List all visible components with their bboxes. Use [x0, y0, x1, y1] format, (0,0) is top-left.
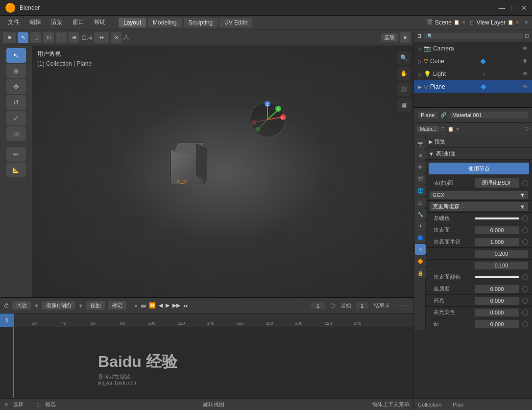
outliner-item-plane[interactable]: ▶ ▽ Plane 🔷 👁 — [414, 80, 532, 93]
prev-frame-btn[interactable]: ⏪ — [149, 302, 156, 309]
preview-section-header[interactable]: ▶ 预览 — [426, 136, 532, 148]
prop-icon-modifier[interactable]: 🔧 — [415, 209, 426, 219]
outliner-item-light[interactable]: ▷ 💡 Light ○ 👁 — [414, 68, 532, 80]
tool-annotate[interactable]: ✏ — [6, 147, 26, 162]
prev-btn[interactable]: ◀ — [159, 302, 163, 309]
pan-icon[interactable]: ✋ — [397, 67, 411, 80]
tab-modeling[interactable]: Modeling — [148, 18, 182, 27]
frame-indicator[interactable]: 1 — [0, 314, 14, 327]
tool-rotate[interactable]: ↺ — [6, 95, 26, 110]
subsurface-value[interactable]: 0.000 — [475, 226, 519, 234]
outliner-search[interactable]: 🔍 — [424, 33, 523, 39]
tab-layout[interactable]: Layout — [119, 18, 146, 27]
snap-icon[interactable]: ↭ — [94, 32, 109, 43]
mat-filter-icon[interactable]: ▽ — [525, 126, 529, 132]
select-circle-icon[interactable]: ⊡ — [43, 32, 54, 43]
proportional-icon[interactable]: ⊗ — [111, 32, 121, 43]
prop-icon-view[interactable]: 👁 — [415, 162, 426, 172]
viewport-icon-1[interactable]: ⊕ — [3, 32, 16, 43]
viewport-3d[interactable]: 用户透视 (1) Collection | Plane X Y — [32, 46, 413, 297]
end-frame[interactable] — [395, 305, 410, 306]
metallic-dot[interactable] — [522, 286, 528, 292]
options-chevron[interactable]: ▼ — [400, 32, 411, 43]
surface-type-dot[interactable] — [522, 180, 528, 186]
specular-tint-dot[interactable] — [522, 310, 528, 315]
tool-scale[interactable]: ⤢ — [6, 111, 26, 125]
menu-help[interactable]: 帮助 — [90, 17, 110, 27]
surface-type-value[interactable]: 原理化BSDF — [475, 178, 519, 188]
prop-material-name[interactable]: Material.001 — [449, 112, 528, 119]
select-mode-icon[interactable]: ↖ — [18, 32, 28, 43]
global-local-icon[interactable]: ⊕ — [69, 32, 79, 43]
close-button[interactable]: ✕ — [521, 4, 527, 12]
prop-icon-particles[interactable]: ✦ — [415, 220, 426, 231]
distribution-dropdown[interactable]: GGX ▼ — [430, 191, 528, 199]
plane-visibility[interactable]: 👁 — [522, 83, 528, 90]
prop-icon-object[interactable]: △ — [415, 197, 426, 208]
prop-icon-material[interactable]: ⊕ — [415, 244, 426, 255]
subsurface-color-dot[interactable] — [522, 274, 528, 280]
prop-icon-data[interactable]: 🔶 — [415, 256, 426, 266]
current-frame[interactable]: 1 — [311, 302, 325, 309]
tab-uv-editing[interactable]: UV Editir — [219, 18, 252, 27]
next-btn[interactable]: ▶▶ — [172, 302, 180, 309]
play-btn[interactable]: ▶ — [166, 302, 169, 309]
orbit-icon[interactable]: 🎥 — [397, 82, 411, 96]
specular-value[interactable]: 0.000 — [475, 297, 519, 305]
tool-select[interactable]: ↖ — [6, 48, 26, 63]
prop-icon-world[interactable]: 🌐 — [415, 185, 426, 196]
specular-dot[interactable] — [522, 298, 528, 304]
metallic-value[interactable]: 0.000 — [475, 285, 519, 293]
specular-tint-value[interactable]: 0.000 — [475, 309, 519, 316]
options-label[interactable]: 选项 — [381, 33, 398, 42]
menu-render[interactable]: 渲染 — [47, 17, 67, 27]
cube-visibility[interactable]: 👁 — [522, 58, 528, 65]
transmission-dropdown[interactable]: 克里斯坦森-... ▼ — [430, 202, 528, 211]
light-visibility[interactable]: 👁 — [522, 71, 528, 77]
menu-window[interactable]: 窗口 — [69, 17, 88, 27]
prop-icon-physics[interactable]: 🔵 — [415, 232, 426, 243]
base-color-value[interactable] — [475, 217, 519, 219]
outliner-item-cube[interactable]: ▷ ▽ Cube 🔷 👁 — [414, 55, 532, 68]
skip-start-btn[interactable]: ⏮ — [141, 303, 146, 309]
tab-sculpting[interactable]: Sculpting — [184, 18, 218, 27]
tool-cursor[interactable]: ⊕ — [6, 64, 26, 78]
start-frame[interactable]: 1 — [356, 302, 368, 309]
maximize-button[interactable]: □ — [511, 4, 515, 12]
subsurface-g-value[interactable]: 0.200 — [475, 250, 528, 258]
camera-perspective-icon[interactable]: ▦ — [397, 98, 411, 112]
use-nodes-button[interactable]: 使用节点 — [429, 163, 529, 174]
outliner-filter-icon[interactable]: ⊞ — [525, 33, 529, 39]
keying-btn[interactable]: 抠像(插帧) — [42, 301, 75, 310]
menu-file[interactable]: 文件 — [4, 17, 24, 27]
3d-cube[interactable] — [163, 143, 222, 201]
tool-move[interactable]: ✥ — [6, 79, 26, 94]
prop-object-name[interactable]: Plane — [418, 112, 437, 119]
anisotropic-value[interactable]: 0.000 — [475, 320, 519, 328]
subsurface-color-value[interactable] — [475, 276, 519, 278]
prop-icon-render[interactable]: 📷 — [415, 138, 426, 149]
playback-btn[interactable]: 回放 — [12, 301, 31, 310]
surface-section-header[interactable]: ▼ 表(曲)面 — [426, 148, 532, 160]
select-box-icon[interactable]: ⬚ — [30, 32, 41, 43]
menu-edit[interactable]: 编辑 — [25, 17, 45, 27]
prop-icon-scene[interactable]: 🎬 — [415, 173, 426, 184]
base-color-dot[interactable] — [522, 216, 528, 221]
prop-icon-constraints[interactable]: 🔒 — [415, 267, 426, 278]
select-lasso-icon[interactable]: ⌒ — [56, 32, 67, 43]
camera-visibility[interactable]: 👁 — [522, 45, 528, 52]
timeline-tracks[interactable] — [0, 327, 413, 406]
subsurface-radius-dot[interactable] — [522, 239, 528, 245]
skip-end-btn[interactable]: ⏭ — [183, 303, 189, 309]
prop-icon-output[interactable]: 🖥 — [415, 150, 426, 161]
subsurface-b-value[interactable]: 0.100 — [475, 262, 528, 269]
mat-tab[interactable]: Mater... — [417, 126, 439, 132]
zoom-icon[interactable]: 🔍 — [397, 51, 411, 65]
subsurface-r-value[interactable]: 1.000 — [475, 238, 519, 246]
tool-transform[interactable]: ⊞ — [6, 126, 26, 141]
minimize-button[interactable]: — — [499, 4, 506, 12]
subsurface-dot[interactable] — [522, 227, 528, 233]
outliner-item-camera[interactable]: ▷ 📷 Camera 👁 — [414, 42, 532, 55]
tool-measure[interactable]: 📐 — [6, 163, 26, 177]
marker-btn[interactable]: 标记 — [108, 301, 126, 310]
